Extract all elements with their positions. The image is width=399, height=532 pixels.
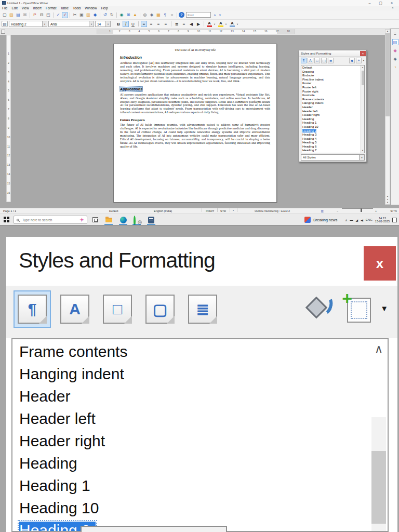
new-style-from-selection-icon[interactable]: +: [356, 58, 362, 63]
paste-icon[interactable]: ▥: [85, 12, 91, 18]
align-justify-icon[interactable]: ≡: [163, 21, 169, 27]
redo-icon[interactable]: ↻: [109, 12, 115, 18]
new-document-icon[interactable]: ▢: [2, 12, 8, 18]
style-list-item[interactable]: Default: [302, 66, 360, 70]
style-list-item[interactable]: Footnote: [302, 94, 360, 98]
gallery-panel-icon[interactable]: ◆: [392, 47, 398, 54]
print-icon[interactable]: ⊟: [38, 12, 45, 18]
navigation-dot-icon[interactable]: ●: [387, 198, 388, 201]
hyperlink-icon[interactable]: ◉: [118, 12, 125, 18]
network-icon[interactable]: ◢: [356, 218, 358, 222]
scrollbar-thumb[interactable]: [371, 451, 386, 524]
style-list-item[interactable]: Footer: [302, 82, 360, 86]
document-title[interactable]: The Role of AI in everyday life: [120, 48, 270, 51]
chevron-down-icon[interactable]: ▼: [105, 21, 110, 26]
style-list-item[interactable]: Endnote: [302, 74, 360, 78]
indent-decrease-icon[interactable]: ◀: [188, 21, 194, 27]
menu-item[interactable]: View: [22, 6, 29, 10]
close-document-button[interactable]: ×: [392, 6, 394, 9]
paragraph-style-combo[interactable]: Heading 2 ▼: [9, 21, 47, 27]
section-paragraph[interactable]: The future of AI holds immense promise, …: [120, 123, 270, 149]
menu-item[interactable]: File: [2, 6, 7, 10]
italic-button[interactable]: I: [123, 21, 129, 27]
style-list-item[interactable]: Heading 1: [12, 475, 388, 497]
navigator-icon[interactable]: ◈: [149, 12, 155, 18]
style-list-item[interactable]: Footer left: [302, 86, 360, 90]
close-panel-button[interactable]: x: [364, 246, 396, 281]
save-icon[interactable]: ▤: [15, 12, 21, 18]
open-document-icon[interactable]: ▨: [8, 12, 15, 18]
style-list-item[interactable]: Header right: [302, 113, 360, 117]
input-language[interactable]: ENG: [366, 218, 373, 221]
scroll-up-icon[interactable]: ▲: [362, 65, 364, 70]
close-panel-button[interactable]: ×: [360, 51, 366, 56]
align-left-icon[interactable]: ≡: [141, 21, 147, 27]
font-name-combo[interactable]: Arial ▼: [48, 21, 94, 27]
character-styles-icon[interactable]: A: [308, 58, 313, 63]
horizontal-ruler[interactable]: 123456789101112131415161718: [0, 29, 390, 35]
fill-format-mode-icon[interactable]: ◆: [349, 58, 355, 63]
help-icon[interactable]: ?: [179, 12, 184, 18]
style-list-item[interactable]: Heading 1: [302, 121, 360, 125]
menu-item[interactable]: Help: [101, 6, 108, 10]
scroll-up-icon[interactable]: ▲: [387, 30, 389, 32]
taskbar-file-explorer[interactable]: [103, 214, 114, 225]
sidebar-menu-icon[interactable]: ≡: [392, 31, 398, 37]
properties-icon[interactable]: ▤: [392, 39, 398, 45]
list-styles-icon[interactable]: ≣: [184, 290, 221, 328]
page-styles-icon[interactable]: ▢: [141, 290, 179, 328]
style-list-item[interactable]: Hanging indent: [12, 363, 388, 385]
section-heading[interactable]: Introduction: [120, 55, 270, 60]
taskbar-whatsapp[interactable]: 10: [131, 214, 142, 225]
style-list-item[interactable]: Frame contents: [12, 341, 388, 363]
find-next-icon[interactable]: ∨: [218, 13, 222, 17]
chevron-down-icon[interactable]: ▼: [225, 23, 228, 25]
style-list-item[interactable]: Footer right: [302, 90, 360, 94]
chevron-down-icon[interactable]: ▼: [236, 23, 240, 25]
start-button[interactable]: [4, 217, 9, 222]
numbered-list-icon[interactable]: ≣: [174, 21, 180, 27]
styles-list-scrollbar[interactable]: ▲ ▼: [361, 65, 364, 153]
vertical-ruler[interactable]: 12345678910111213141516: [6, 35, 11, 202]
search-input[interactable]: [21, 218, 79, 222]
style-list-item[interactable]: Heading 3: [302, 133, 360, 137]
undo-icon[interactable]: ↺: [102, 12, 108, 18]
navigator-panel-icon[interactable]: ◔: [392, 64, 398, 70]
page-styles-icon[interactable]: ▢: [321, 58, 327, 63]
find-replace-icon[interactable]: ◎: [142, 12, 148, 18]
style-list-item[interactable]: Heading 6: [302, 145, 360, 149]
scroll-up-icon[interactable]: ∧: [370, 342, 388, 356]
draw-functions-icon[interactable]: ▲: [132, 12, 138, 18]
chevron-down-icon[interactable]: ▼: [359, 155, 364, 160]
panel-title-bar[interactable]: Styles and Formatting ×: [299, 50, 366, 57]
cut-icon[interactable]: ✂: [72, 12, 78, 18]
style-list-item[interactable]: Heading 10: [302, 125, 360, 129]
section-heading[interactable]: Applications: [120, 87, 270, 91]
fill-format-mode-icon[interactable]: [307, 294, 334, 323]
chevron-down-icon[interactable]: ▼: [42, 21, 47, 26]
style-list-item[interactable]: Header: [12, 385, 388, 408]
menu-item[interactable]: Tools: [73, 6, 81, 10]
table-icon[interactable]: ⊞: [125, 12, 131, 18]
section-heading[interactable]: Future Prospects: [120, 118, 270, 122]
maximize-button[interactable]: ▢: [379, 1, 382, 5]
style-list-item[interactable]: Header left: [302, 110, 360, 114]
style-list-item[interactable]: Header left: [12, 408, 388, 430]
export-pdf-icon[interactable]: P: [32, 12, 38, 18]
find-previous-icon[interactable]: ∧: [212, 13, 217, 17]
style-list-item[interactable]: Heading: [302, 117, 360, 122]
style-list-item[interactable]: Drawing: [302, 70, 360, 74]
menu-item[interactable]: Format: [46, 6, 57, 10]
menu-item[interactable]: Table: [61, 6, 69, 10]
menu-item[interactable]: Insert: [33, 6, 42, 10]
font-color-button[interactable]: A: [206, 21, 212, 27]
chevron-down-icon[interactable]: ▼: [363, 59, 365, 62]
task-view-button[interactable]: [92, 217, 98, 222]
action-center-icon[interactable]: [392, 218, 397, 222]
menu-item[interactable]: Window: [85, 6, 97, 10]
paragraph-styles-icon[interactable]: ¶: [14, 290, 51, 328]
chevron-down-icon[interactable]: ▼: [214, 23, 217, 25]
clone-formatting-icon[interactable]: ◈: [392, 56, 398, 62]
style-list-item[interactable]: Heading 5: [302, 141, 360, 145]
section-paragraph[interactable]: AI powers countless applications that en…: [120, 93, 270, 115]
